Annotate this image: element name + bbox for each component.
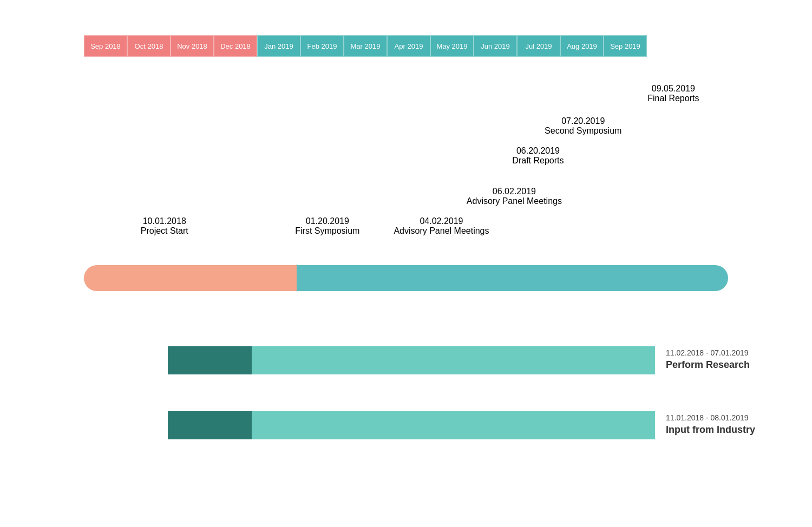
milestone-date-second-symposium: 07.20.2019 xyxy=(561,116,605,126)
month-header: Sep 2018Oct 2018Nov 2018Dec 2018Jan 2019… xyxy=(84,35,647,57)
month-cell-sep-2018: Sep 2018 xyxy=(84,35,127,57)
sub-bar-light-input-from-industry xyxy=(252,411,655,439)
sub-bar-dark-input-from-industry xyxy=(168,411,252,439)
sub-bar-date-perform-research: 11.02.2018 - 07.01.2019 xyxy=(666,348,749,357)
sub-bar-name-perform-research: Perform Research xyxy=(666,359,750,371)
sub-bar-perform-research xyxy=(168,346,655,374)
sub-bar-input-from-industry xyxy=(168,411,655,439)
milestone-final-reports: 09.05.2019Final Reports xyxy=(647,84,699,280)
month-cell-jan-2019: Jan 2019 xyxy=(257,35,300,57)
month-cell-dec-2018: Dec 2018 xyxy=(214,35,257,57)
month-cell-apr-2019: Apr 2019 xyxy=(387,35,430,57)
month-cell-feb-2019: Feb 2019 xyxy=(300,35,344,57)
timeline-container: Sep 2018Oct 2018Nov 2018Dec 2018Jan 2019… xyxy=(0,0,812,527)
sub-bar-dark-perform-research xyxy=(168,346,252,374)
milestone-project-start: 10.01.2018Project Start xyxy=(141,216,188,280)
milestone-label-project-start: Project Start xyxy=(141,226,188,236)
milestone-second-symposium: 07.20.2019Second Symposium xyxy=(545,116,621,280)
month-cell-nov-2018: Nov 2018 xyxy=(171,35,214,57)
sub-bar-name-input-from-industry: Input from Industry xyxy=(666,424,755,436)
sub-bar-date-input-from-industry: 11.01.2018 - 08.01.2019 xyxy=(666,413,749,422)
bar-salmon xyxy=(84,265,297,291)
milestone-first-symposium: 01.20.2019First Symposium xyxy=(295,216,359,280)
milestone-label-final-reports: Final Reports xyxy=(647,94,699,103)
milestone-date-final-reports: 09.05.2019 xyxy=(652,84,695,94)
milestone-date-project-start: 10.01.2018 xyxy=(143,216,186,226)
month-cell-may-2019: May 2019 xyxy=(430,35,474,57)
month-cell-sep-2019: Sep 2019 xyxy=(604,35,647,57)
month-cell-jul-2019: Jul 2019 xyxy=(517,35,560,57)
month-cell-aug-2019: Aug 2019 xyxy=(560,35,604,57)
month-cell-oct-2018: Oct 2018 xyxy=(127,35,171,57)
milestone-label-second-symposium: Second Symposium xyxy=(545,126,621,136)
sub-bar-light-perform-research xyxy=(252,346,655,374)
milestone-date-advisory-panel-1: 04.02.2019 xyxy=(420,216,463,226)
month-cell-mar-2019: Mar 2019 xyxy=(344,35,387,57)
milestone-label-first-symposium: First Symposium xyxy=(295,226,359,236)
milestone-date-first-symposium: 01.20.2019 xyxy=(306,216,349,226)
month-cell-jun-2019: Jun 2019 xyxy=(474,35,517,57)
